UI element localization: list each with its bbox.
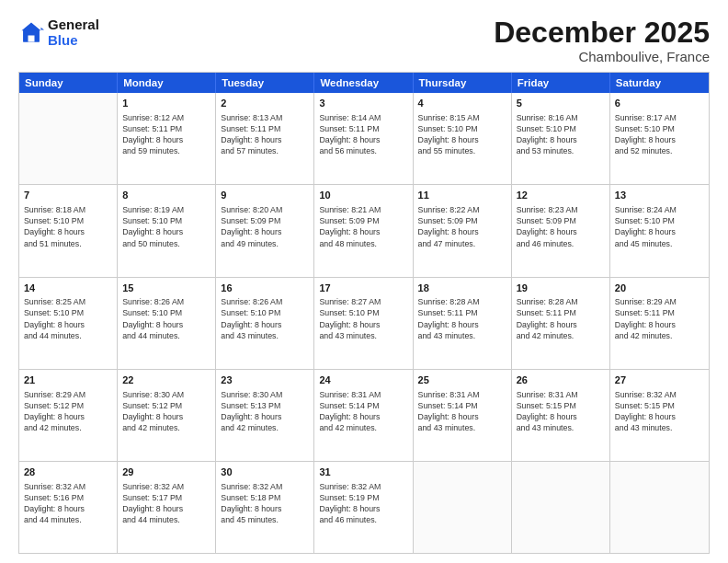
empty-cell (19, 93, 118, 184)
logo-line1: General (48, 17, 99, 32)
calendar: SundayMondayTuesdayWednesdayThursdayFrid… (18, 72, 710, 554)
day-number: 21 (24, 373, 112, 387)
day-info: Sunrise: 8:26 AMSunset: 5:10 PMDaylight:… (221, 296, 309, 341)
day-number: 20 (615, 282, 704, 295)
day-info: Sunrise: 8:26 AMSunset: 5:10 PMDaylight:… (122, 296, 210, 341)
day-cell-2: 2Sunrise: 8:13 AMSunset: 5:11 PMDaylight… (216, 93, 314, 184)
day-cell-16: 16Sunrise: 8:26 AMSunset: 5:10 PMDayligh… (216, 278, 314, 369)
day-number: 8 (122, 189, 210, 202)
day-cell-22: 22Sunrise: 8:30 AMSunset: 5:12 PMDayligh… (118, 370, 216, 461)
empty-cell (610, 462, 709, 553)
header-day-sunday: Sunday (19, 73, 118, 93)
week-row-4: 21Sunrise: 8:29 AMSunset: 5:12 PMDayligh… (19, 370, 709, 462)
day-number: 25 (418, 373, 506, 387)
logo-line2: Blue (48, 32, 78, 48)
day-number: 10 (319, 189, 407, 202)
day-number: 12 (517, 189, 605, 202)
day-info: Sunrise: 8:25 AMSunset: 5:10 PMDaylight:… (24, 296, 112, 341)
calendar-body: 1Sunrise: 8:12 AMSunset: 5:11 PMDaylight… (19, 93, 709, 553)
day-number: 22 (122, 373, 210, 387)
day-number: 17 (319, 282, 407, 295)
day-info: Sunrise: 8:14 AMSunset: 5:11 PMDaylight:… (319, 112, 407, 157)
day-number: 3 (319, 97, 407, 110)
day-cell-15: 15Sunrise: 8:26 AMSunset: 5:10 PMDayligh… (118, 278, 216, 369)
day-cell-5: 5Sunrise: 8:16 AMSunset: 5:10 PMDaylight… (512, 93, 610, 184)
day-info: Sunrise: 8:24 AMSunset: 5:10 PMDaylight:… (615, 204, 704, 249)
day-number: 11 (418, 189, 506, 202)
day-number: 27 (615, 373, 704, 387)
day-info: Sunrise: 8:20 AMSunset: 5:09 PMDaylight:… (221, 204, 309, 249)
header-day-tuesday: Tuesday (216, 73, 314, 93)
day-info: Sunrise: 8:29 AMSunset: 5:11 PMDaylight:… (615, 296, 704, 341)
day-info: Sunrise: 8:31 AMSunset: 5:14 PMDaylight:… (319, 389, 407, 434)
day-info: Sunrise: 8:30 AMSunset: 5:12 PMDaylight:… (122, 389, 210, 434)
day-cell-19: 19Sunrise: 8:28 AMSunset: 5:11 PMDayligh… (512, 278, 610, 369)
day-info: Sunrise: 8:22 AMSunset: 5:09 PMDaylight:… (418, 204, 506, 249)
day-number: 13 (615, 189, 704, 202)
header-day-wednesday: Wednesday (314, 73, 413, 93)
day-info: Sunrise: 8:32 AMSunset: 5:19 PMDaylight:… (319, 481, 407, 526)
day-cell-6: 6Sunrise: 8:17 AMSunset: 5:10 PMDaylight… (610, 93, 709, 184)
day-number: 30 (221, 465, 309, 479)
day-cell-25: 25Sunrise: 8:31 AMSunset: 5:14 PMDayligh… (414, 370, 512, 461)
empty-cell (414, 462, 512, 553)
day-cell-10: 10Sunrise: 8:21 AMSunset: 5:09 PMDayligh… (314, 185, 413, 276)
calendar-header: SundayMondayTuesdayWednesdayThursdayFrid… (19, 73, 709, 93)
day-cell-4: 4Sunrise: 8:15 AMSunset: 5:10 PMDaylight… (414, 93, 512, 184)
day-info: Sunrise: 8:18 AMSunset: 5:10 PMDaylight:… (24, 204, 112, 249)
day-number: 15 (122, 282, 210, 295)
day-cell-14: 14Sunrise: 8:25 AMSunset: 5:10 PMDayligh… (19, 278, 118, 369)
day-info: Sunrise: 8:28 AMSunset: 5:11 PMDaylight:… (517, 296, 605, 341)
day-number: 9 (221, 189, 309, 202)
day-number: 18 (418, 282, 506, 295)
day-info: Sunrise: 8:12 AMSunset: 5:11 PMDaylight:… (122, 112, 210, 157)
day-cell-1: 1Sunrise: 8:12 AMSunset: 5:11 PMDaylight… (118, 93, 216, 184)
day-cell-8: 8Sunrise: 8:19 AMSunset: 5:10 PMDaylight… (118, 185, 216, 276)
day-cell-13: 13Sunrise: 8:24 AMSunset: 5:10 PMDayligh… (610, 185, 709, 276)
header-day-monday: Monday (118, 73, 216, 93)
day-number: 31 (319, 465, 407, 479)
day-cell-31: 31Sunrise: 8:32 AMSunset: 5:19 PMDayligh… (314, 462, 413, 553)
day-cell-21: 21Sunrise: 8:29 AMSunset: 5:12 PMDayligh… (19, 370, 118, 461)
day-info: Sunrise: 8:29 AMSunset: 5:12 PMDaylight:… (24, 389, 112, 434)
day-info: Sunrise: 8:13 AMSunset: 5:11 PMDaylight:… (221, 112, 309, 157)
week-row-2: 7Sunrise: 8:18 AMSunset: 5:10 PMDaylight… (19, 185, 709, 277)
page: General Blue December 2025 Chamboulive, … (0, 0, 728, 563)
page-subtitle: Chamboulive, France (494, 49, 710, 64)
day-number: 5 (517, 97, 605, 110)
day-number: 24 (319, 373, 407, 387)
day-cell-12: 12Sunrise: 8:23 AMSunset: 5:09 PMDayligh… (512, 185, 610, 276)
day-number: 29 (122, 465, 210, 479)
day-number: 19 (517, 282, 605, 295)
day-cell-26: 26Sunrise: 8:31 AMSunset: 5:15 PMDayligh… (512, 370, 610, 461)
page-title: December 2025 (494, 17, 710, 49)
day-info: Sunrise: 8:30 AMSunset: 5:13 PMDaylight:… (221, 389, 309, 434)
day-info: Sunrise: 8:31 AMSunset: 5:14 PMDaylight:… (418, 389, 506, 434)
day-number: 7 (24, 189, 112, 202)
day-cell-7: 7Sunrise: 8:18 AMSunset: 5:10 PMDaylight… (19, 185, 118, 276)
day-info: Sunrise: 8:32 AMSunset: 5:17 PMDaylight:… (122, 481, 210, 526)
day-cell-28: 28Sunrise: 8:32 AMSunset: 5:16 PMDayligh… (19, 462, 118, 553)
header-day-thursday: Thursday (414, 73, 512, 93)
day-number: 1 (122, 97, 210, 110)
day-cell-20: 20Sunrise: 8:29 AMSunset: 5:11 PMDayligh… (610, 278, 709, 369)
day-number: 26 (517, 373, 605, 387)
day-number: 23 (221, 373, 309, 387)
day-cell-18: 18Sunrise: 8:28 AMSunset: 5:11 PMDayligh… (414, 278, 512, 369)
day-cell-17: 17Sunrise: 8:27 AMSunset: 5:10 PMDayligh… (314, 278, 413, 369)
day-number: 16 (221, 282, 309, 295)
day-number: 28 (24, 465, 112, 479)
svg-rect-3 (28, 36, 35, 42)
day-info: Sunrise: 8:32 AMSunset: 5:18 PMDaylight:… (221, 481, 309, 526)
day-number: 14 (24, 282, 112, 295)
day-info: Sunrise: 8:16 AMSunset: 5:10 PMDaylight:… (517, 112, 605, 157)
day-cell-9: 9Sunrise: 8:20 AMSunset: 5:09 PMDaylight… (216, 185, 314, 276)
header-day-friday: Friday (512, 73, 610, 93)
day-cell-27: 27Sunrise: 8:32 AMSunset: 5:15 PMDayligh… (610, 370, 709, 461)
day-cell-23: 23Sunrise: 8:30 AMSunset: 5:13 PMDayligh… (216, 370, 314, 461)
day-info: Sunrise: 8:31 AMSunset: 5:15 PMDaylight:… (517, 389, 605, 434)
day-number: 4 (418, 97, 506, 110)
day-info: Sunrise: 8:27 AMSunset: 5:10 PMDaylight:… (319, 296, 407, 341)
day-info: Sunrise: 8:15 AMSunset: 5:10 PMDaylight:… (418, 112, 506, 157)
empty-cell (512, 462, 610, 553)
